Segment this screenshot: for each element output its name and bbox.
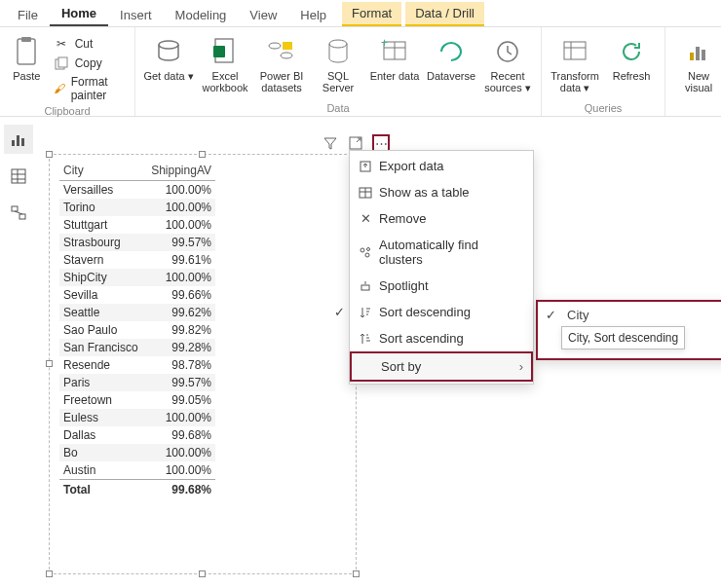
cell-value: 99.57% <box>145 374 215 391</box>
cell-city: Versailles <box>59 181 145 200</box>
svg-rect-3 <box>58 57 67 67</box>
svg-rect-24 <box>12 140 15 146</box>
excel-button[interactable]: Excel workbook <box>200 31 250 93</box>
sql-button[interactable]: SQL Server <box>313 31 363 93</box>
table-row[interactable]: Freetown99.05% <box>59 391 215 409</box>
tab-modeling[interactable]: Modeling <box>164 4 239 26</box>
cell-value: 100.00% <box>145 409 215 426</box>
recent-icon <box>491 35 524 68</box>
menu-sort-asc[interactable]: Sort ascending <box>350 325 533 351</box>
cell-value: 100.00% <box>145 199 215 216</box>
tab-home[interactable]: Home <box>50 2 108 26</box>
cell-value: 100.00% <box>145 461 215 480</box>
sort-by-submenu: ✓City City, Sort descending <box>536 300 721 360</box>
table-row[interactable]: Austin100.00% <box>59 461 215 480</box>
tab-file[interactable]: File <box>6 4 50 26</box>
resize-handle[interactable] <box>199 570 206 577</box>
svg-text:+: + <box>381 39 388 50</box>
group-insert: New visual AText box vi Insert <box>665 27 721 116</box>
group-queries: Transform data ▾ Refresh Queries <box>542 27 665 116</box>
table-row[interactable]: Sao Paulo99.82% <box>59 321 215 339</box>
menu-remove[interactable]: ✕Remove <box>350 205 533 232</box>
table-visual[interactable]: City ShippingAV Versailles100.00%Torino1… <box>49 154 357 574</box>
menu-sort-desc[interactable]: ✓Sort descending <box>350 299 533 325</box>
col-shippingav[interactable]: ShippingAV <box>145 161 215 181</box>
table-row[interactable]: Torino100.00% <box>59 199 215 216</box>
resize-handle[interactable] <box>46 570 53 577</box>
cell-city: Euless <box>59 409 145 426</box>
tab-insert[interactable]: Insert <box>108 4 164 26</box>
svg-rect-42 <box>361 285 369 290</box>
table-row[interactable]: San Francisco99.28% <box>59 339 215 356</box>
resize-handle[interactable] <box>46 360 53 367</box>
copy-button[interactable]: Copy <box>52 55 127 72</box>
table-row[interactable]: ShipCity100.00% <box>59 269 215 286</box>
enter-data-button[interactable]: +Enter data <box>369 31 420 82</box>
model-view-button[interactable] <box>4 199 33 228</box>
cell-value: 99.62% <box>145 304 215 321</box>
table-row[interactable]: Paris99.57% <box>59 374 215 391</box>
svg-point-4 <box>159 41 178 49</box>
table-row[interactable]: Stavern99.61% <box>59 251 215 269</box>
get-data-button[interactable]: Get data ▾ <box>143 31 194 82</box>
check-icon: ✓ <box>546 308 559 322</box>
data-view-button[interactable] <box>4 162 33 191</box>
tab-format[interactable]: Format <box>342 2 401 26</box>
tab-help[interactable]: Help <box>288 4 338 26</box>
data-table: City ShippingAV Versailles100.00%Torino1… <box>59 161 215 498</box>
table-row[interactable]: Euless100.00% <box>59 409 215 426</box>
menu-sort-by[interactable]: Sort by <box>350 351 533 382</box>
group-data: Get data ▾ Excel workbook Power BI datas… <box>135 27 542 116</box>
sql-icon <box>322 35 355 68</box>
submenu-item-city[interactable]: ✓City <box>546 308 721 322</box>
menu-find-clusters[interactable]: Automatically find clusters <box>350 232 533 273</box>
svg-point-7 <box>269 43 281 49</box>
svg-point-40 <box>367 248 370 251</box>
cell-value: 99.05% <box>145 391 215 409</box>
table-row[interactable]: Strasbourg99.57% <box>59 234 215 251</box>
table-row[interactable]: Seattle99.62% <box>59 304 215 321</box>
cell-value: 99.57% <box>145 234 215 251</box>
table-row[interactable]: Dallas99.68% <box>59 426 215 444</box>
svg-rect-26 <box>21 138 24 146</box>
pbi-datasets-button[interactable]: Power BI datasets <box>256 31 307 93</box>
tab-view[interactable]: View <box>238 4 288 26</box>
menu-show-as-table[interactable]: Show as a table <box>350 179 533 205</box>
resize-handle[interactable] <box>353 570 360 577</box>
cell-value: 100.00% <box>145 269 215 286</box>
resize-handle[interactable] <box>46 151 53 158</box>
sort-asc-icon <box>358 331 373 347</box>
svg-rect-0 <box>18 39 35 64</box>
refresh-button[interactable]: Refresh <box>606 31 657 82</box>
paste-button[interactable]: Paste <box>8 31 46 82</box>
table-row[interactable]: Stuttgart100.00% <box>59 216 215 234</box>
cell-value: 100.00% <box>145 444 215 461</box>
table-row[interactable]: Bo100.00% <box>59 444 215 461</box>
tab-data-drill[interactable]: Data / Drill <box>405 2 484 26</box>
col-city[interactable]: City <box>59 161 145 181</box>
menu-export-data[interactable]: Export data <box>350 153 533 179</box>
table-row[interactable]: Versailles100.00% <box>59 181 215 200</box>
report-canvas: ⋯ City ShippingAV Versailles100.00%Torin… <box>49 129 715 582</box>
cell-value: 99.28% <box>145 339 215 356</box>
recent-sources-button[interactable]: Recent sources ▾ <box>482 31 533 93</box>
clusters-icon <box>358 244 373 260</box>
cell-value: 100.00% <box>145 216 215 234</box>
cut-button[interactable]: ✂Cut <box>52 35 127 53</box>
cell-value: 99.61% <box>145 251 215 269</box>
cell-city: Freetown <box>59 391 145 409</box>
format-painter-button[interactable]: 🖌Format painter <box>52 74 127 103</box>
transform-icon <box>558 35 591 68</box>
table-row[interactable]: Resende98.78% <box>59 356 215 374</box>
cell-city: Stavern <box>59 251 145 269</box>
resize-handle[interactable] <box>199 151 206 158</box>
new-visual-button[interactable]: New visual <box>673 31 721 93</box>
dataverse-button[interactable]: Dataverse <box>426 31 476 82</box>
table-row[interactable]: Sevilla99.66% <box>59 286 215 304</box>
transform-data-button[interactable]: Transform data ▾ <box>550 31 600 93</box>
copy-icon <box>54 55 69 71</box>
export-icon <box>358 159 373 174</box>
menu-spotlight[interactable]: Spotlight <box>350 273 533 299</box>
report-view-button[interactable] <box>4 125 33 154</box>
filter-icon[interactable] <box>322 134 339 152</box>
